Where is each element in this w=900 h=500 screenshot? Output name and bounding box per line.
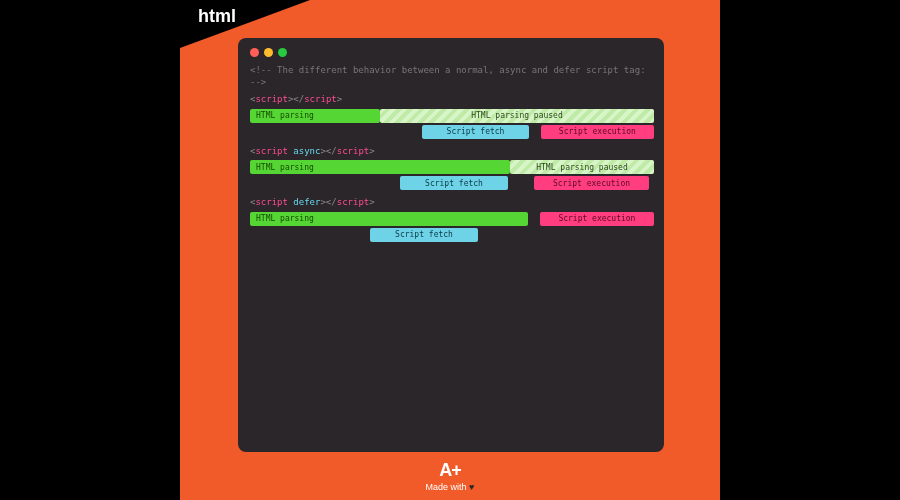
timeline-segment [250, 125, 422, 139]
timeline-row: Script fetchScript execution [250, 176, 654, 190]
timeline-segment: Script execution [534, 176, 649, 190]
poster-frame: html <!-- The different behavior between… [180, 0, 720, 500]
timeline-segment: Script execution [541, 125, 654, 139]
timeline-segment [529, 125, 541, 139]
code-line: <script async></script> [250, 145, 652, 158]
timeline-segment: HTML parsing paused [510, 160, 654, 174]
timeline-segment: HTML parsing paused [380, 109, 654, 123]
timeline-segment: HTML parsing [250, 109, 380, 123]
language-label: html [198, 6, 236, 27]
made-with-text: Made with [426, 482, 467, 492]
window-controls [250, 48, 652, 57]
code-line: <script defer></script> [250, 196, 652, 209]
timeline: HTML parsingHTML parsing pausedScript fe… [250, 160, 652, 190]
timeline-row: Script fetchScript execution [250, 125, 654, 139]
timeline-segment: Script fetch [400, 176, 508, 190]
terminal-window: <!-- The different behavior between a no… [238, 38, 664, 452]
code-line: <script></script> [250, 93, 652, 106]
timeline-segment [508, 176, 534, 190]
timeline-segment: Script fetch [370, 228, 478, 242]
heart-icon: ♥ [469, 482, 474, 492]
timeline-segment: HTML parsing [250, 212, 528, 226]
intro-comment: <!-- The different behavior between a no… [250, 64, 652, 88]
timeline-segment [250, 176, 400, 190]
timeline-row: HTML parsingScript execution [250, 212, 654, 226]
maximize-icon [278, 48, 287, 57]
timeline: HTML parsingHTML parsing pausedScript fe… [250, 109, 652, 139]
minimize-icon [264, 48, 273, 57]
timeline-segment: Script fetch [422, 125, 528, 139]
logo: A+ [180, 460, 720, 481]
timeline-row: HTML parsingHTML parsing paused [250, 109, 654, 123]
close-icon [250, 48, 259, 57]
timeline-segment: HTML parsing [250, 160, 510, 174]
timeline-segment: Script execution [540, 212, 654, 226]
timeline-row: Script fetch [250, 228, 654, 242]
timeline-row: HTML parsingHTML parsing paused [250, 160, 654, 174]
timeline-segment [528, 212, 540, 226]
timeline: HTML parsingScript executionScript fetch [250, 212, 652, 242]
timeline-segment [250, 228, 370, 242]
footer: A+ Made with ♥ [180, 460, 720, 492]
